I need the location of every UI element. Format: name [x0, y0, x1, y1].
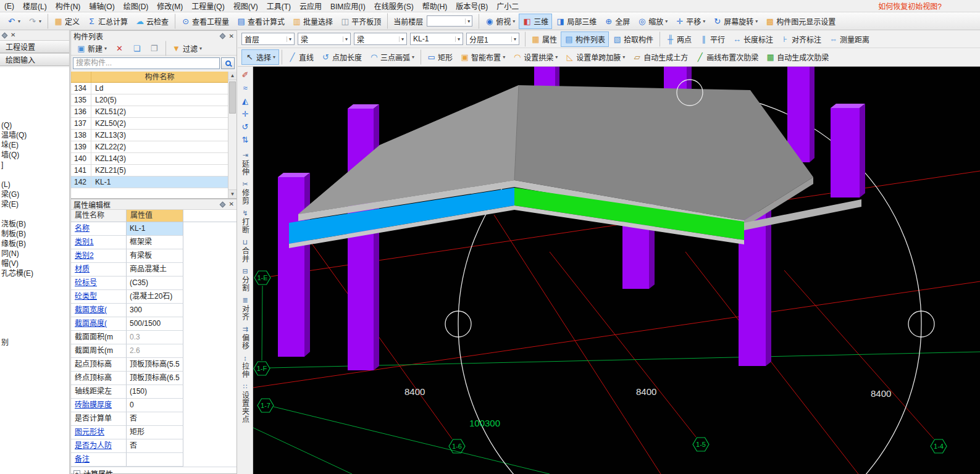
property-value[interactable]: (混凝土20石) — [127, 290, 183, 304]
property-value[interactable]: (150) — [127, 385, 183, 399]
nav-tree-item[interactable]: 缘板(B) — [0, 239, 69, 249]
modify-tool-button[interactable]: ≣ 对齐 — [240, 296, 251, 321]
table-row[interactable]: 135 L20(5) — [71, 94, 228, 106]
scroll-up-icon[interactable]: ▲ — [228, 72, 237, 80]
draw-tool-button[interactable]: ▭ 矩形 ▾ — [421, 49, 456, 65]
menu-item[interactable]: 云应用 — [295, 1, 326, 11]
draw-tool-button[interactable]: ▦ 自动生成次肋梁 ▾ — [762, 49, 832, 65]
modify-icon[interactable]: ◭ — [239, 95, 252, 108]
nav-tree-item[interactable]: 温墙(Q) — [0, 130, 69, 140]
menu-item[interactable]: 工程量(Q) — [187, 1, 228, 11]
menu-item[interactable]: 广小二 — [492, 1, 523, 11]
toolbar-button[interactable]: ◨ 局部三维 ▾ — [552, 14, 600, 29]
measure-tool-button[interactable]: ⇔ 测量距离 ▾ — [825, 31, 873, 47]
table-row[interactable]: 140 KZL14(3) — [71, 153, 228, 165]
draw-tool-button[interactable]: ↖ 选择 ▾ — [241, 49, 279, 65]
modify-icon[interactable]: ✐ — [239, 69, 252, 82]
context-combo[interactable]: 梁 ▾ — [354, 33, 407, 45]
modify-icon[interactable]: ↺ — [239, 121, 252, 134]
nav-tree-item[interactable]: (Q) — [0, 120, 69, 130]
pin-icon[interactable] — [2, 32, 8, 38]
toolbar-button[interactable]: ▥ 批量选择 ▾ — [288, 14, 337, 29]
nav-tree-item[interactable] — [0, 328, 69, 338]
panel-toggle-button[interactable]: ▤ 构件列表 ▾ — [561, 31, 609, 47]
nav-tree-item[interactable] — [0, 318, 69, 328]
context-combo[interactable]: 分层1 ▾ — [466, 33, 519, 45]
property-value[interactable]: 商品混凝土 — [127, 263, 183, 276]
nav-tree-item[interactable]: 垛(E) — [0, 140, 69, 150]
toolbar-button[interactable]: ◉ 俯视 ▾ — [479, 14, 519, 29]
table-row[interactable]: 141 KZL21(5) — [71, 165, 228, 177]
scroll-thumb[interactable] — [229, 81, 236, 114]
property-value[interactable] — [127, 453, 183, 467]
list-scrollbar[interactable]: ▲ ▼ — [228, 72, 237, 198]
draw-tool-button[interactable]: ↺ 点加长度 ▾ — [317, 49, 366, 65]
modify-icon[interactable]: ✛ — [239, 108, 252, 121]
modify-icon[interactable]: ⇅ — [239, 134, 252, 147]
nav-tree-item[interactable] — [0, 288, 69, 298]
draw-tool-button[interactable]: ╱ 直线 ▾ — [282, 49, 317, 65]
nav-tree-item[interactable]: 浇板(B) — [0, 219, 69, 229]
menu-item[interactable]: 版本号(B) — [451, 1, 492, 11]
3d-viewport[interactable]: 1-E 1-F 1-7 1-6 1-5 1-4 8400 8400 8400 1… — [253, 67, 980, 474]
menu-item[interactable]: (E) — [0, 2, 19, 10]
table-row[interactable]: 142 KL-1 — [71, 177, 228, 188]
nav-tree-item[interactable] — [0, 278, 69, 288]
modify-tool-button[interactable]: ∷ 设置夹点 — [240, 383, 251, 423]
nav-tree-item[interactable]: 梁(E) — [0, 199, 69, 209]
property-value[interactable]: 矩形 — [127, 426, 183, 439]
modify-icon[interactable]: ≈ — [239, 82, 252, 95]
pin-icon[interactable] — [219, 201, 225, 207]
draw-tool-button[interactable]: ▱ 自动生成土方 ▾ — [629, 49, 692, 65]
calc-properties-expander[interactable]: + 计算属性 — [71, 467, 237, 474]
property-value[interactable]: 有梁板 — [127, 249, 183, 263]
modify-tool-button[interactable]: ⊔ 合并 — [240, 238, 251, 263]
nav-tree-item[interactable]: 别 — [0, 338, 69, 347]
toolbar-button[interactable]: ↶ ▾ — [3, 15, 24, 28]
toolbar-button[interactable]: ◫ 平齐板顶 ▾ — [337, 14, 385, 29]
property-value[interactable]: (C35) — [127, 276, 183, 290]
property-value[interactable]: 0 — [127, 399, 183, 412]
property-value[interactable]: 框架梁 — [127, 236, 183, 249]
toolbar-button[interactable]: Σ 汇总计算 ▾ — [83, 14, 132, 29]
nav-tree-item[interactable]: 同(N) — [0, 249, 69, 259]
modify-tool-button[interactable]: ✂ 修剪 — [240, 180, 251, 205]
menu-item[interactable]: 帮助(H) — [418, 1, 452, 11]
panel-toggle-button[interactable]: ▦ 属性 ▾ — [525, 31, 561, 47]
nav-tree-item[interactable] — [0, 308, 69, 318]
search-input[interactable] — [73, 57, 220, 69]
context-combo[interactable]: 首层 ▾ — [241, 33, 295, 45]
nav-tree-item[interactable]: 梁(G) — [0, 189, 69, 199]
menu-item[interactable]: BIM应用(I) — [326, 1, 370, 11]
menu-item[interactable]: 楼层(L) — [19, 1, 51, 11]
list-toolbar-button[interactable]: ▼ 过滤 ▾ — [165, 41, 206, 56]
nav-tree-item[interactable] — [0, 209, 69, 219]
toolbar-button[interactable]: ✛ 平移 ▾ — [671, 14, 709, 29]
toolbar-button[interactable]: ◧ 三维 ▾ — [519, 14, 552, 29]
nav-tree-item[interactable]: (L) — [0, 180, 69, 189]
property-value[interactable]: 否 — [127, 412, 183, 426]
menu-item[interactable]: 视图(V) — [229, 1, 262, 11]
list-toolbar-button[interactable]: ✕ ▾ — [111, 42, 128, 55]
toolbar-button[interactable]: ⊕ 全屏 ▾ — [600, 14, 634, 29]
toolbar-button[interactable]: 当前楼层 ▾ — [387, 13, 476, 29]
draw-tool-button[interactable]: ◠ 设置拱梁 ▾ — [509, 49, 561, 65]
property-value[interactable]: 顶板顶标高(5.5 — [127, 358, 183, 372]
list-toolbar-button[interactable]: ❏ ▾ — [128, 42, 145, 55]
draw-tool-button[interactable]: ▣ 智能布置 ▾ — [456, 49, 509, 65]
table-row[interactable]: 139 KZL22(2) — [71, 141, 228, 153]
draw-tool-button[interactable]: ◠ 三点画弧 ▾ — [366, 49, 418, 65]
nav-section-tab[interactable]: 绘图输入 — [0, 53, 69, 66]
table-row[interactable]: 137 KZL50(2) — [71, 118, 228, 130]
property-value[interactable]: 0.3 — [127, 331, 183, 344]
toolbar-button[interactable]: ☁ 云检查 ▾ — [132, 14, 172, 29]
current-floor-combo[interactable] — [427, 15, 472, 27]
table-row[interactable]: 134 Ld — [71, 83, 228, 94]
property-value[interactable]: 否 — [127, 439, 183, 453]
search-button[interactable] — [221, 57, 235, 69]
modify-tool-button[interactable]: ⊟ 分割 — [240, 267, 251, 292]
context-combo[interactable]: KL-1 ▾ — [410, 33, 463, 45]
toolbar-button[interactable]: ⊙ 查看工程量 ▾ — [175, 14, 233, 29]
property-value[interactable]: 2.6 — [127, 344, 183, 358]
nav-tree-item[interactable] — [0, 170, 69, 180]
